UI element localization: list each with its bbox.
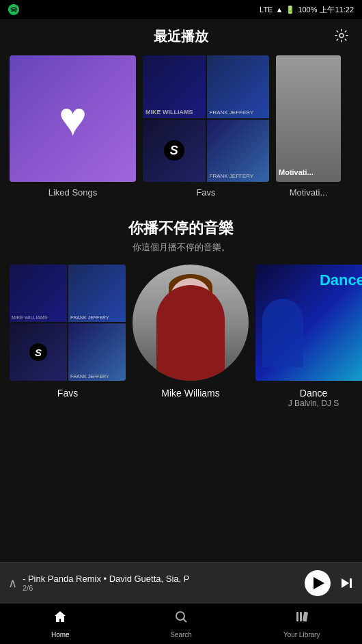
dance-sub: J Balvin, DJ S (288, 399, 339, 408)
collapse-button[interactable]: ∧ (8, 576, 17, 591)
nav-library[interactable]: Your Library (241, 604, 362, 644)
favs-cell-2: FRANK JEFFERY (207, 55, 270, 118)
nonstop-item-favs[interactable]: MIKE WILLIAMS FRANK JEFFERY S FRANK JEFF… (10, 265, 126, 408)
spinnin-logo-small: S (164, 140, 184, 161)
nonstop-row: MIKE WILLIAMS FRANK JEFFERY S FRANK JEFF… (0, 265, 362, 408)
favs-thumb: MIKE WILLIAMS FRANK JEFFERY S FRANK JEFF… (143, 55, 269, 182)
recently-played-title: 最近播放 (0, 27, 362, 46)
player-track-info: - Pink Panda Remix • David Guetta, Sia, … (23, 574, 305, 592)
play-button[interactable] (305, 570, 331, 596)
player-progress: 2/6 (23, 584, 305, 592)
mike-williams-label: Mike Williams (161, 388, 220, 399)
nonstop-item-dance[interactable]: Dance Dance Dance J Balvin, DJ S (255, 265, 362, 408)
dance-label-overlay: Dance (320, 271, 362, 289)
skip-button[interactable] (339, 576, 354, 591)
nonstop-item-mike[interactable]: Mike Williams (133, 265, 249, 408)
time: 上午11:22 (320, 5, 354, 15)
motivation-label: Motivati... (290, 187, 328, 198)
favs-cell-4: FRANK JEFFERY (207, 120, 270, 183)
svg-line-5 (184, 619, 187, 623)
svg-point-4 (176, 612, 184, 620)
motivation-thumb: Motivati... (276, 55, 341, 182)
library-icon (294, 609, 309, 628)
heart-icon: ♥ (59, 92, 87, 146)
favs-cell-3: S (143, 120, 206, 183)
spotify-logo (8, 4, 19, 15)
nonstop-favs-cell4: FRANK JEFFERY (68, 323, 126, 381)
play-icon (314, 577, 324, 589)
person-body (156, 285, 225, 381)
recently-grid: ♥ Liked Songs MIKE WILLIAMS FRANK JEFFER… (0, 55, 362, 198)
mike-williams-thumb (133, 265, 249, 381)
home-label: Home (51, 631, 70, 639)
dance-figure (262, 299, 303, 367)
svg-rect-8 (303, 612, 308, 622)
nonstop-favs-thumb: MIKE WILLIAMS FRANK JEFFERY S FRANK JEFF… (10, 265, 126, 381)
recently-played-section: 最近播放 ♥ Liked Songs MIKE WILLIAMS FRANK J… (0, 19, 362, 204)
player-bar: ∧ - Pink Panda Remix • David Guetta, Sia… (0, 562, 362, 603)
liked-songs-thumb: ♥ (10, 55, 136, 182)
nonstop-favs-cell1: MIKE WILLIAMS (10, 265, 67, 322)
library-label: Your Library (283, 631, 320, 639)
favs-cell-1: MIKE WILLIAMS (143, 55, 206, 118)
nonstop-title: 你播不停的音樂 (0, 218, 362, 239)
svg-rect-3 (350, 578, 352, 588)
signal-bars: ▲ (275, 5, 283, 14)
signal-lte: LTE (260, 5, 273, 14)
main-scroll: 最近播放 ♥ Liked Songs MIKE WILLIAMS FRANK J… (0, 19, 362, 562)
player-track-name: - Pink Panda Remix • David Guetta, Sia, … (23, 574, 305, 584)
recently-item-favs[interactable]: MIKE WILLIAMS FRANK JEFFERY S FRANK JEFF… (143, 55, 269, 198)
nonstop-favs-cell2: FRANK JEFFERY (68, 265, 126, 322)
nav-search[interactable]: Search (121, 604, 242, 644)
search-icon (173, 609, 189, 628)
dance-thumb: Dance Dance (255, 265, 362, 381)
nonstop-favs-label: Favs (57, 388, 78, 399)
svg-rect-6 (296, 612, 298, 621)
motivation-text: Motivati... (279, 168, 314, 176)
player-controls (305, 570, 354, 596)
favs-label: Favs (196, 187, 215, 198)
nonstop-subtitle: 你這個月播不停的音樂。 (0, 241, 362, 254)
recently-item-liked[interactable]: ♥ Liked Songs (10, 55, 136, 198)
recently-item-motivation[interactable]: Motivati... Motivati... (276, 55, 341, 198)
nonstop-section: 你播不停的音樂 你這個月播不停的音樂。 MIKE WILLIAMS FRANK … (0, 204, 362, 415)
status-bar: LTE ▲ 🔋 100% 上午11:22 (0, 0, 362, 19)
svg-rect-7 (300, 612, 302, 621)
nonstop-favs-cell3: S (10, 323, 67, 381)
spinnin-mini: S (29, 343, 47, 361)
bottom-nav: Home Search Your Library (0, 603, 362, 644)
battery-percent: 100% (298, 5, 317, 14)
svg-marker-2 (342, 578, 349, 588)
battery-icon: 🔋 (286, 5, 295, 14)
dance-label: Dance (300, 388, 327, 399)
home-icon (53, 609, 68, 628)
nav-home[interactable]: Home (0, 604, 121, 644)
search-label: Search (170, 631, 192, 639)
liked-songs-label: Liked Songs (48, 187, 98, 198)
